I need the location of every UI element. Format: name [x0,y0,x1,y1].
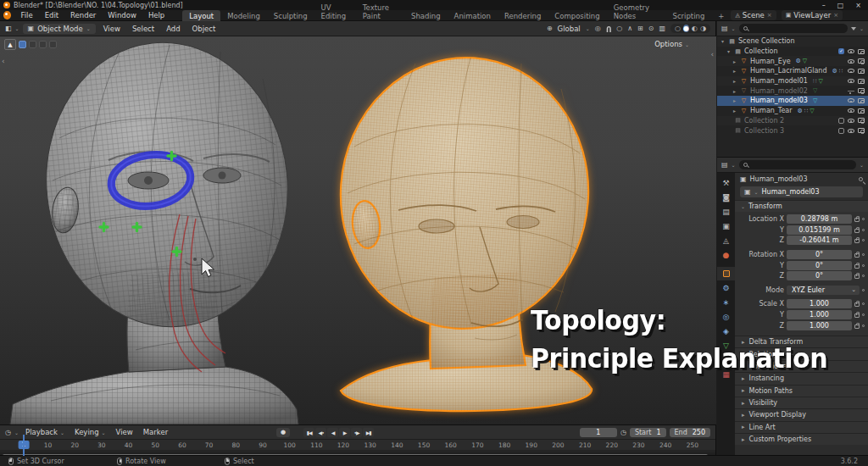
menu-render[interactable]: Render [64,11,102,19]
outliner-row-human-model01[interactable]: ▸ ▽ Human_model01 ∷▽ [717,76,868,86]
camera-icon[interactable] [858,98,865,103]
lock-icon[interactable] [854,325,860,329]
outliner-mode-dropdown-icon[interactable]: ⌄ [732,25,736,31]
disclosure-icon[interactable]: ▸ [732,58,737,64]
editor-type-dropdown-icon[interactable]: ⌄ [15,25,19,31]
object-name-field[interactable]: ▣ ⌄ Human_model03 [740,186,863,197]
shading-rendered-icon[interactable]: ◑ [700,25,706,32]
options-button[interactable]: Options ⌄ [654,40,689,48]
tab-geometry-nodes[interactable]: Geometry Nodes [607,2,666,21]
start-frame-field[interactable]: Start1 [630,428,666,437]
eye-icon[interactable] [848,119,854,123]
collection-checkbox[interactable]: ✓ [838,48,844,54]
jump-to-start-button[interactable]: ▮◀ [303,428,314,437]
proportional-edit-icon[interactable]: ○ [616,25,622,32]
lock-icon[interactable] [854,239,860,243]
tab-render[interactable]: ◙ [717,191,735,204]
tab-view-layer[interactable]: ▣ [717,219,735,233]
eye-icon[interactable] [848,69,854,73]
select-mode-intersect-icon[interactable] [49,41,57,48]
rotation-y-field[interactable]: 0° [787,261,852,270]
properties-options-icon[interactable]: ⌄ [860,162,864,168]
outliner-row-human-model03[interactable]: ▸ ▽ Human_model03 ▽ [717,96,868,106]
tab-animation[interactable]: Animation [448,10,498,21]
panel-custom-properties[interactable]: ▸Custom Properties [735,433,868,445]
play-button[interactable]: ▶ [339,428,350,437]
scene-unlink-icon[interactable]: × [767,12,772,19]
animate-dot-icon[interactable] [862,218,865,220]
outliner-display-mode-icon[interactable]: ▤ [721,25,728,32]
tab-modifiers[interactable]: ⚙ [717,281,735,295]
disclosure-icon[interactable]: ▸ [732,78,737,84]
tab-texture-paint[interactable]: Texture Paint [356,2,404,21]
viewlayer-selector[interactable]: ▣ ViewLayer × [782,10,843,20]
tab-layout[interactable]: Layout [182,10,220,21]
animate-dot-icon[interactable] [862,275,865,277]
mode-selector[interactable]: ▣ Object Mode ⌄ [23,24,96,34]
lock-icon[interactable] [854,275,860,279]
tab-uv-editing[interactable]: UV Editing [314,2,356,21]
eye-icon[interactable] [848,79,854,83]
viewport-menu-add[interactable]: Add [162,25,184,33]
menu-help[interactable]: Help [142,11,170,19]
camera-icon[interactable] [858,69,865,74]
blender-menu-icon[interactable] [3,11,11,19]
outliner-row-human-eye[interactable]: ▸ ▽ Human_Eye ⚙▽ [717,56,868,66]
rotation-z-field[interactable]: 0° [787,271,852,280]
play-reverse-button[interactable]: ◀ [327,428,338,437]
add-workspace-button[interactable]: + [711,10,731,21]
eye-closed-icon[interactable] [848,91,854,92]
outliner-search-input[interactable] [739,24,848,33]
tab-world[interactable]: ● [717,248,735,262]
shading-solid-icon[interactable]: ● [683,25,689,32]
timeline-editor-icon[interactable]: ◷ [5,429,11,436]
panel-visibility[interactable]: ▸Visibility [735,397,868,408]
select-tool-button[interactable]: ▲ [4,39,16,50]
eye-icon[interactable] [848,59,854,64]
menu-edit[interactable]: Edit [39,11,64,19]
animate-dot-icon[interactable] [862,253,865,256]
orientation-label[interactable]: Global [558,25,581,33]
playhead-line[interactable] [23,435,25,456]
editor-type-icon[interactable]: ◧ [5,25,12,32]
eye-icon[interactable] [848,98,854,103]
menu-file[interactable]: File [14,11,38,19]
scene-selector[interactable]: ◬ Scene × [731,10,776,20]
minimize-button[interactable]: – [822,2,826,9]
viewport-menu-view[interactable]: View [99,25,125,33]
snap-magnet-icon[interactable]: U [606,25,612,32]
filter-icon[interactable] [851,27,856,31]
disclosure-icon[interactable]: ▸ [732,68,737,74]
previous-keyframe-button[interactable]: ◀• [315,428,326,437]
transform-panel-header[interactable]: ⌄ Transform [735,200,868,212]
collection-checkbox[interactable] [838,128,844,134]
tab-rendering[interactable]: Rendering [498,10,548,21]
timeline-editor-dropdown-icon[interactable]: ⌄ [14,430,19,435]
xray-toggle-icon[interactable]: ▥ [659,25,666,32]
tab-object[interactable] [717,267,735,280]
animate-dot-icon[interactable] [862,313,865,316]
viewport-menu-object[interactable]: Object [188,25,220,33]
tab-modeling[interactable]: Modeling [220,10,267,21]
outliner-row-collection-3[interactable]: ▤ Collection 3 [717,125,868,136]
viewport-menu-select[interactable]: Select [128,25,159,33]
panel-line-art[interactable]: ▸Line Art [735,421,868,433]
lock-icon[interactable] [854,229,860,233]
select-mode-new-icon[interactable] [19,41,26,48]
shading-wireframe-icon[interactable]: ○ [675,25,681,32]
tab-compositing[interactable]: Compositing [548,10,606,21]
next-keyframe-button[interactable]: •▶ [351,428,362,437]
tab-sculpting[interactable]: Sculpting [267,10,314,21]
jump-to-end-button[interactable]: ▶▮ [363,428,374,437]
menu-marker[interactable]: Marker [140,428,171,436]
rotation-mode-dropdown[interactable]: XYZ Euler [787,286,860,295]
orientation-dropdown-icon[interactable]: ⌄ [586,25,590,31]
outliner-row-collection[interactable]: ▾ ▤ Collection ✓ [717,47,868,57]
falloff-icon[interactable]: ∧ [627,25,632,32]
camera-icon[interactable] [858,128,865,133]
lock-icon[interactable] [854,264,860,269]
animate-dot-icon[interactable] [862,264,865,267]
tab-shading[interactable]: Shading [404,10,448,21]
eye-icon[interactable] [848,49,854,53]
disclosure-icon[interactable]: ▾ [720,38,726,44]
